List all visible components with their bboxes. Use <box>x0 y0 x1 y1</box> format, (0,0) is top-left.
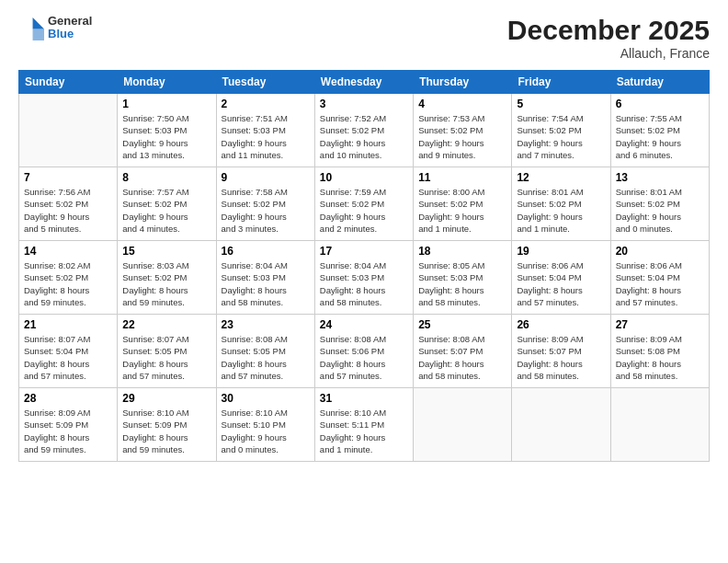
logo-icon <box>18 15 44 40</box>
day-cell: 1Sunrise: 7:50 AM Sunset: 5:03 PM Daylig… <box>118 94 216 167</box>
day-info: Sunrise: 8:00 AM Sunset: 5:02 PM Dayligh… <box>418 186 506 235</box>
day-number: 15 <box>122 245 210 258</box>
day-number: 3 <box>320 98 408 110</box>
day-info: Sunrise: 7:56 AM Sunset: 5:02 PM Dayligh… <box>24 186 112 235</box>
day-info: Sunrise: 7:51 AM Sunset: 5:03 PM Dayligh… <box>222 112 310 161</box>
day-cell: 4Sunrise: 7:53 AM Sunset: 5:02 PM Daylig… <box>414 94 512 167</box>
day-number: 13 <box>616 171 704 184</box>
day-cell: 17Sunrise: 8:04 AM Sunset: 5:03 PM Dayli… <box>314 241 413 315</box>
day-number: 6 <box>616 98 704 110</box>
day-info: Sunrise: 8:10 AM Sunset: 5:10 PM Dayligh… <box>222 407 310 455</box>
day-cell: 31Sunrise: 8:10 AM Sunset: 5:11 PM Dayli… <box>314 388 413 462</box>
logo-general: General <box>48 15 92 28</box>
day-info: Sunrise: 8:09 AM Sunset: 5:07 PM Dayligh… <box>517 333 605 382</box>
day-number: 1 <box>122 98 210 110</box>
day-header-friday: Friday <box>512 71 610 94</box>
day-number: 28 <box>24 392 112 405</box>
day-cell: 24Sunrise: 8:08 AM Sunset: 5:06 PM Dayli… <box>314 315 413 388</box>
day-number: 8 <box>122 171 210 184</box>
day-number: 2 <box>222 98 310 110</box>
day-number: 14 <box>24 245 112 258</box>
day-info: Sunrise: 7:55 AM Sunset: 5:02 PM Dayligh… <box>616 112 704 161</box>
day-cell: 10Sunrise: 7:59 AM Sunset: 5:02 PM Dayli… <box>314 167 413 241</box>
day-info: Sunrise: 8:06 AM Sunset: 5:04 PM Dayligh… <box>616 259 704 308</box>
day-header-thursday: Thursday <box>414 71 512 94</box>
day-cell: 25Sunrise: 8:08 AM Sunset: 5:07 PM Dayli… <box>414 315 512 388</box>
day-cell: 26Sunrise: 8:09 AM Sunset: 5:07 PM Dayli… <box>512 315 610 388</box>
day-number: 21 <box>24 318 112 331</box>
calendar-body: 1Sunrise: 7:50 AM Sunset: 5:03 PM Daylig… <box>19 94 710 462</box>
calendar-header: SundayMondayTuesdayWednesdayThursdayFrid… <box>19 71 710 94</box>
day-info: Sunrise: 7:54 AM Sunset: 5:02 PM Dayligh… <box>517 112 605 161</box>
day-info: Sunrise: 8:08 AM Sunset: 5:05 PM Dayligh… <box>222 333 310 382</box>
day-header-wednesday: Wednesday <box>314 71 413 94</box>
day-info: Sunrise: 8:09 AM Sunset: 5:09 PM Dayligh… <box>24 407 112 455</box>
logo-text: General Blue <box>48 15 92 41</box>
day-info: Sunrise: 7:52 AM Sunset: 5:02 PM Dayligh… <box>320 112 408 161</box>
day-cell: 27Sunrise: 8:09 AM Sunset: 5:08 PM Dayli… <box>610 315 709 388</box>
day-info: Sunrise: 8:10 AM Sunset: 5:09 PM Dayligh… <box>122 407 210 455</box>
day-cell: 7Sunrise: 7:56 AM Sunset: 5:02 PM Daylig… <box>19 167 118 241</box>
day-number: 30 <box>222 392 310 405</box>
day-number: 26 <box>517 318 605 331</box>
day-info: Sunrise: 8:07 AM Sunset: 5:05 PM Dayligh… <box>122 333 210 382</box>
week-row-3: 21Sunrise: 8:07 AM Sunset: 5:04 PM Dayli… <box>19 315 710 388</box>
day-info: Sunrise: 8:05 AM Sunset: 5:03 PM Dayligh… <box>418 259 506 308</box>
day-number: 27 <box>616 318 704 331</box>
day-number: 25 <box>418 318 506 331</box>
day-cell: 3Sunrise: 7:52 AM Sunset: 5:02 PM Daylig… <box>314 94 413 167</box>
day-header-monday: Monday <box>118 71 216 94</box>
day-header-saturday: Saturday <box>610 71 709 94</box>
day-cell: 5Sunrise: 7:54 AM Sunset: 5:02 PM Daylig… <box>512 94 610 167</box>
day-number: 11 <box>418 171 506 184</box>
day-number: 4 <box>418 98 506 110</box>
day-cell <box>414 388 512 462</box>
day-cell <box>610 388 709 462</box>
day-cell: 23Sunrise: 8:08 AM Sunset: 5:05 PM Dayli… <box>216 315 314 388</box>
day-cell: 13Sunrise: 8:01 AM Sunset: 5:02 PM Dayli… <box>610 167 709 241</box>
day-number: 24 <box>320 318 408 331</box>
day-info: Sunrise: 8:06 AM Sunset: 5:04 PM Dayligh… <box>517 259 605 308</box>
day-info: Sunrise: 8:07 AM Sunset: 5:04 PM Dayligh… <box>24 333 112 382</box>
day-info: Sunrise: 8:04 AM Sunset: 5:03 PM Dayligh… <box>222 259 310 308</box>
day-cell: 2Sunrise: 7:51 AM Sunset: 5:03 PM Daylig… <box>216 94 314 167</box>
day-info: Sunrise: 7:53 AM Sunset: 5:02 PM Dayligh… <box>418 112 506 161</box>
day-number: 5 <box>517 98 605 110</box>
logo-blue: Blue <box>48 28 92 40</box>
day-info: Sunrise: 8:08 AM Sunset: 5:07 PM Dayligh… <box>418 333 506 382</box>
day-number: 12 <box>517 171 605 184</box>
day-number: 19 <box>517 245 605 258</box>
day-info: Sunrise: 8:02 AM Sunset: 5:02 PM Dayligh… <box>24 259 112 308</box>
day-cell <box>19 94 118 167</box>
day-number: 9 <box>222 171 310 184</box>
svg-marker-0 <box>33 17 44 29</box>
location: Allauch, France <box>507 46 710 61</box>
day-cell: 21Sunrise: 8:07 AM Sunset: 5:04 PM Dayli… <box>19 315 118 388</box>
week-row-1: 7Sunrise: 7:56 AM Sunset: 5:02 PM Daylig… <box>19 167 710 241</box>
logo: General Blue <box>18 15 92 41</box>
day-cell <box>512 388 610 462</box>
day-cell: 6Sunrise: 7:55 AM Sunset: 5:02 PM Daylig… <box>610 94 709 167</box>
day-cell: 30Sunrise: 8:10 AM Sunset: 5:10 PM Dayli… <box>216 388 314 462</box>
day-cell: 18Sunrise: 8:05 AM Sunset: 5:03 PM Dayli… <box>414 241 512 315</box>
day-cell: 15Sunrise: 8:03 AM Sunset: 5:02 PM Dayli… <box>118 241 216 315</box>
week-row-4: 28Sunrise: 8:09 AM Sunset: 5:09 PM Dayli… <box>19 388 710 462</box>
day-info: Sunrise: 8:01 AM Sunset: 5:02 PM Dayligh… <box>616 186 704 235</box>
day-info: Sunrise: 7:59 AM Sunset: 5:02 PM Dayligh… <box>320 186 408 235</box>
day-cell: 28Sunrise: 8:09 AM Sunset: 5:09 PM Dayli… <box>19 388 118 462</box>
day-info: Sunrise: 8:01 AM Sunset: 5:02 PM Dayligh… <box>517 186 605 235</box>
day-number: 22 <box>122 318 210 331</box>
week-row-0: 1Sunrise: 7:50 AM Sunset: 5:03 PM Daylig… <box>19 94 710 167</box>
calendar: SundayMondayTuesdayWednesdayThursdayFrid… <box>18 70 710 462</box>
title-area: December 2025 Allauch, France <box>507 15 710 61</box>
day-info: Sunrise: 8:10 AM Sunset: 5:11 PM Dayligh… <box>320 407 408 455</box>
day-number: 7 <box>24 171 112 184</box>
page: General Blue December 2025 Allauch, Fran… <box>0 0 728 563</box>
day-number: 18 <box>418 245 506 258</box>
month-title: December 2025 <box>507 15 710 46</box>
day-cell: 16Sunrise: 8:04 AM Sunset: 5:03 PM Dayli… <box>216 241 314 315</box>
day-cell: 14Sunrise: 8:02 AM Sunset: 5:02 PM Dayli… <box>19 241 118 315</box>
day-cell: 12Sunrise: 8:01 AM Sunset: 5:02 PM Dayli… <box>512 167 610 241</box>
day-info: Sunrise: 8:03 AM Sunset: 5:02 PM Dayligh… <box>122 259 210 308</box>
day-cell: 19Sunrise: 8:06 AM Sunset: 5:04 PM Dayli… <box>512 241 610 315</box>
